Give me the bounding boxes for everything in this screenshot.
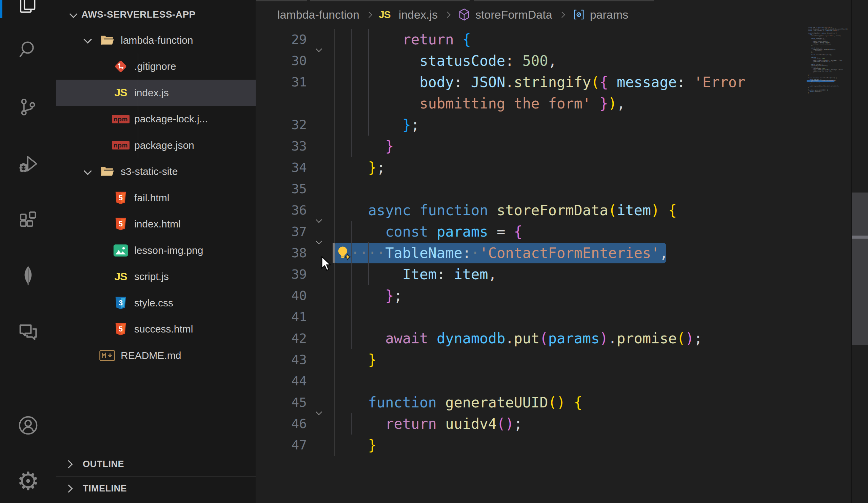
search-button[interactable] [0,32,56,69]
html-icon: 5 [112,189,130,207]
explorer-sidebar: AWS-SERVERLESS-APP lambda-function.gitig… [56,0,256,503]
accounts-button[interactable] [0,407,56,445]
tree-item-index-js[interactable]: JSindex.js [56,80,256,106]
folder-icon [98,163,116,180]
line-number: 45 [256,392,307,413]
line-number: 46 [256,413,307,434]
code-line-38[interactable]: 38····TableName:·'ContactFormEnteries', [256,242,850,264]
tree-item-style-css[interactable]: 3style.css [56,290,256,316]
settings-button[interactable]: ⚙ [0,463,56,500]
tree-item-lesson-img-png[interactable]: lesson-img.png [56,237,256,264]
code-line-44[interactable]: 44 [256,370,850,392]
chevron-down-icon [76,37,98,43]
tree-item-gitignore[interactable]: .gitignore [56,54,256,80]
line-number: 36 [256,200,307,221]
breadcrumb-item-index-js[interactable]: JSindex.js [379,8,438,21]
fold-chevron-icon[interactable] [316,399,323,406]
chevron-right-icon [559,11,565,18]
chevron-right-icon [66,461,83,467]
markdown-icon [98,347,116,364]
tree-item-label: lambda-function [121,34,193,46]
editor-pane[interactable]: lambda-functionJSindex.jsstoreFormDatapa… [256,0,868,503]
code-line-39[interactable]: 39 Item: item, [256,264,850,285]
explorer-button[interactable] [0,0,56,23]
symbol-namespace-icon [457,8,471,22]
fold-chevron-icon[interactable] [316,229,323,235]
chevron-right-icon [366,11,372,18]
mongodb-icon [17,264,39,288]
chevron-right-icon [444,11,450,18]
debug-icon [17,153,39,176]
code-text: const params = { [351,221,523,242]
mongodb-button[interactable] [0,258,56,295]
tree-item-lambda-function[interactable]: lambda-function [56,27,256,54]
code-text: function generateUUID() { [351,392,582,413]
source-control-icon [17,96,39,120]
code-line-32[interactable]: 32 }; [256,114,850,136]
code-line-42[interactable]: 42 await dynamodb.put(params).promise(); [256,328,850,349]
scrollbar-thumb[interactable] [852,192,868,345]
line-number: 43 [256,349,307,370]
breadcrumb-item-lambda-function[interactable]: lambda-function [277,8,359,21]
explorer-project-header[interactable]: AWS-SERVERLESS-APP [56,4,256,25]
timeline-section-header[interactable]: TIMELINE [56,476,256,500]
code-line-34[interactable]: 34 }; [256,157,850,178]
tree-item-readme-md[interactable]: README.md [56,342,256,369]
line-number: 39 [256,264,307,285]
tree-item-s3-static-site[interactable]: s3-static-site [56,159,256,185]
code-text: }; [351,114,420,136]
tree-item-package-json[interactable]: npmpackage.json [56,132,256,159]
fold-chevron-icon[interactable] [316,36,323,43]
breadcrumb-item-storeformdata[interactable]: storeFormData [457,8,552,22]
code-line-33[interactable]: 33 } [256,136,850,157]
extensions-button[interactable] [0,202,56,240]
search-icon [17,38,39,62]
chevron-right-icon [66,486,83,492]
line-number: 44 [256,370,307,392]
chevron-down-icon [76,169,98,175]
tree-item-index-html[interactable]: 5index.html [56,211,256,238]
tree-item-fail-html[interactable]: 5fail.html [56,185,256,211]
code-line-46[interactable]: 46 return uuidv4(); [256,413,850,434]
code-line-45[interactable]: 45 function generateUUID() { [256,392,850,413]
code-line-31[interactable]: 31 body: JSON.stringify({ message: 'Erro… [256,72,850,93]
tree-item-label: success.html [134,323,193,335]
code-line-30[interactable]: 30 statusCode: 500, [256,50,850,72]
code-line-36[interactable]: 36 async function storeFormData(item) { [256,200,850,221]
gear-icon: ⚙ [17,469,39,494]
tree-item-label: fail.html [134,192,169,204]
tree-item-success-html[interactable]: 5success.html [56,316,256,343]
code-line-35[interactable]: 35 [256,178,850,200]
npm-icon: npm [112,137,130,154]
line-number: 34 [256,157,307,178]
minimap[interactable]: const AWS = require('aws-sdk'); const dy… [807,0,851,503]
code-line-37[interactable]: 37 const params = { [256,221,850,242]
tree-item-script-js[interactable]: JSscript.js [56,264,256,290]
code-text: }; [351,285,402,306]
code-line-40[interactable]: 40 }; [256,285,850,306]
indent-guide [351,306,352,328]
code-line-41[interactable]: 41 [256,306,850,328]
image-icon [112,242,130,259]
js-badge-icon: JS [379,9,395,20]
breadcrumb-item-params[interactable]: params [572,8,628,22]
code-line-43[interactable]: 43 } [256,349,850,370]
code-line-47[interactable]: 47 } [256,434,850,456]
outline-section-header[interactable]: OUTLINE [56,452,256,476]
code-text: ····TableName:·'ContactFormEnteries', [351,242,668,264]
tab-strip-segment [474,0,654,1]
code-line-29[interactable]: 29 return { [256,29,850,50]
comments-button[interactable] [0,314,56,352]
lightbulb-icon[interactable] [335,244,353,262]
run-and-debug-button[interactable] [0,146,56,183]
line-number: 38 [256,242,307,264]
line-number: 35 [256,178,307,200]
line-number: 41 [256,306,307,328]
fold-chevron-icon[interactable] [316,207,323,214]
tree-item-label: .gitignore [134,61,176,72]
tree-item-package-lock-j[interactable]: npmpackage-lock.j... [56,106,256,133]
source-control-button[interactable] [0,89,56,126]
vscode-window: ⚙ AWS-SERVERLESS-APP lambda-function.git… [0,0,868,503]
css-icon: 3 [112,294,130,312]
code-line-wrap[interactable]: submitting the form' }), [256,93,850,114]
